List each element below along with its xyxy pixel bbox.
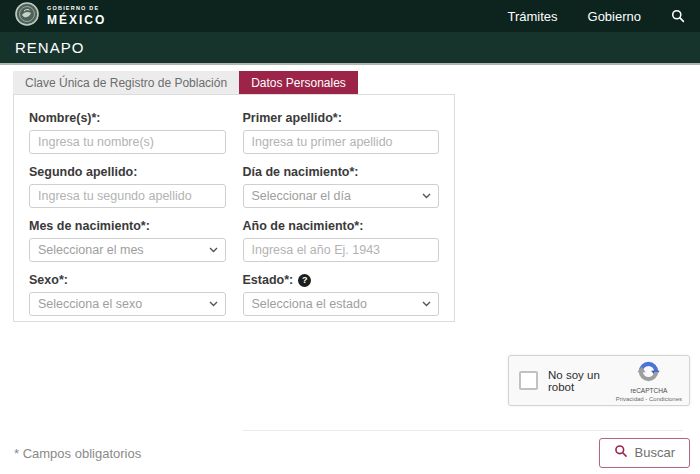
estado-help-icon[interactable]: ? [298,274,311,287]
tab-curp[interactable]: Clave Única de Registro de Población [13,71,239,94]
personal-data-form: Nombre(s)*: Primer apellido*: Segundo ap… [13,94,455,322]
tab-bar: Clave Única de Registro de Población Dat… [13,71,700,94]
form-footer: * Campos obligatorios Buscar [14,438,690,468]
tab-datos-personales[interactable]: Datos Personales [239,71,358,94]
field-primer-apellido: Primer apellido*: [243,111,440,154]
recaptcha-widget: No soy un robot reCAPTCHA Privacidad - C… [508,355,690,406]
logo-line-2: MÉXICO [47,14,106,26]
field-mes-nacimiento-label: Mes de nacimiento*: [29,219,226,233]
buscar-button[interactable]: Buscar [599,438,690,468]
required-fields-note: * Campos obligatorios [14,446,141,461]
section-divider [243,430,683,431]
field-dia-nacimiento: Día de nacimiento*: Seleccionar el día [243,165,440,208]
recaptcha-brand-name: reCAPTCHA [630,388,667,395]
recaptcha-privacy-links[interactable]: Privacidad - Condiciones [616,396,682,402]
field-nombres: Nombre(s)*: [29,111,226,154]
segundo-apellido-input[interactable] [29,184,226,208]
nav-gobierno[interactable]: Gobierno [588,9,641,24]
field-segundo-apellido-label: Segundo apellido: [29,165,226,179]
sexo-select[interactable]: Selecciona el sexo [29,292,226,316]
site-title[interactable]: RENAPO [15,39,84,56]
government-header: GOBIERNO DE MÉXICO Trámites Gobierno [0,0,700,32]
header-search-icon[interactable] [671,9,685,23]
mexico-seal-icon [15,2,39,30]
anio-nacimiento-input[interactable] [243,238,440,262]
field-sexo-label: Sexo*: [29,273,226,287]
estado-select[interactable]: Selecciona el estado [243,292,440,316]
nav-tramites[interactable]: Trámites [507,9,557,24]
field-estado-label: Estado*: ? [243,273,440,287]
field-nombres-label: Nombre(s)*: [29,111,226,125]
field-dia-nacimiento-label: Día de nacimiento*: [243,165,440,179]
recaptcha-label: No soy un robot [548,369,616,393]
field-anio-nacimiento-label: Año de nacimiento*: [243,219,440,233]
nombres-input[interactable] [29,130,226,154]
recaptcha-brand: reCAPTCHA Privacidad - Condiciones [616,359,682,403]
dia-nacimiento-select[interactable]: Seleccionar el día [243,184,440,208]
buscar-button-label: Buscar [635,445,675,460]
recaptcha-checkbox[interactable] [519,371,538,390]
field-estado: Estado*: ? Selecciona el estado [243,273,440,316]
site-bar: RENAPO [0,32,700,65]
field-anio-nacimiento: Año de nacimiento*: [243,219,440,262]
recaptcha-logo-icon [636,359,661,387]
top-navigation: Trámites Gobierno [507,9,685,24]
mes-nacimiento-select[interactable]: Seleccionar el mes [29,238,226,262]
primer-apellido-input[interactable] [243,130,440,154]
gobierno-mexico-logo[interactable]: GOBIERNO DE MÉXICO [15,2,106,30]
field-mes-nacimiento: Mes de nacimiento*: Seleccionar el mes [29,219,226,262]
logo-line-1: GOBIERNO DE [47,6,106,12]
search-icon [614,444,628,461]
field-segundo-apellido: Segundo apellido: [29,165,226,208]
field-primer-apellido-label: Primer apellido*: [243,111,440,125]
field-sexo: Sexo*: Selecciona el sexo [29,273,226,316]
